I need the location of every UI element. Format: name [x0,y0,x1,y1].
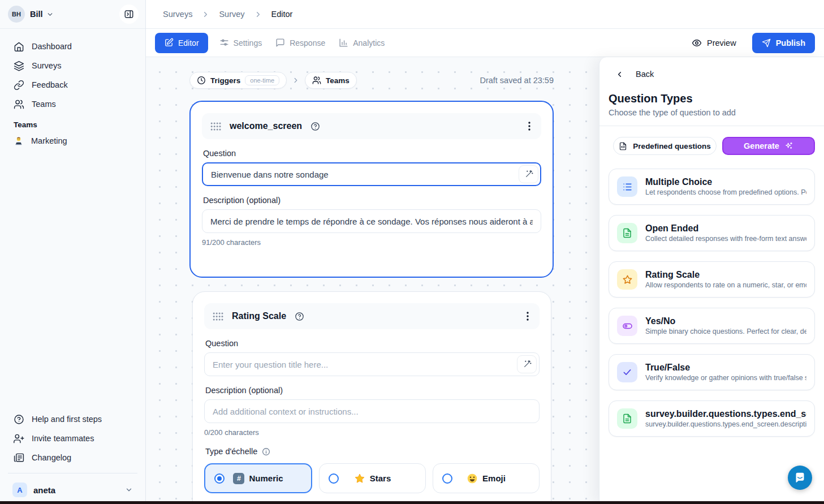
message-icon [275,38,285,48]
tab-label: Response [290,38,325,48]
type-title: Rating Scale [645,270,806,280]
tab-label: Editor [178,38,199,48]
editor-toolbar: Editor Settings Response Analytics [146,29,824,57]
question-label: Question [205,339,538,348]
grip-dots-icon[interactable] [213,312,223,321]
help-circle-icon[interactable] [310,122,320,131]
teams-pill-label: Teams [326,76,350,85]
send-icon [762,38,771,48]
magic-wand-button[interactable] [519,165,538,183]
tab-settings[interactable]: Settings [213,33,269,53]
type-card-end-screen[interactable]: survey.builder.questions.types.end_scr..… [609,400,815,437]
question-card-rating-scale[interactable]: Rating Scale Question Description (optio… [192,291,551,504]
sidebar-item-changelog[interactable]: Changelog [7,448,139,467]
chevron-right-icon [201,10,210,19]
help-circle-icon[interactable] [295,312,304,321]
sidebar-item-label: Invite teammates [32,434,94,443]
pencil-square-icon [164,38,174,48]
tab-label: Settings [234,38,262,48]
sidebar-item-label: Feedback [32,80,68,89]
publish-button[interactable]: Publish [752,33,815,53]
bar-chart-icon [339,38,348,48]
card-menu-button[interactable] [526,119,533,133]
chevron-down-icon [46,11,54,18]
clock-icon [197,76,206,85]
draft-status: Draft saved at 23:59 [480,76,554,85]
sidebar-item-team-marketing[interactable]: Marketing [7,131,139,150]
check-icon [617,362,637,382]
breadcrumb-surveys[interactable]: Surveys [163,10,192,19]
sliders-icon [219,38,229,48]
type-card-true-false[interactable]: True/False Verify knowledge or gather op… [609,354,815,390]
back-label: Back [636,70,654,79]
sidebar-item-help[interactable]: Help and first steps [7,410,139,429]
teams-pill[interactable]: Teams [305,72,357,89]
tab-label: Analytics [353,38,385,48]
type-description: Allow respondents to rate on a numeric, … [645,281,806,289]
type-description: Verify knowledge or gather opinions with… [645,374,806,382]
list-icon [617,176,637,197]
panel-title: Question Types [609,92,815,105]
sidebar-item-surveys[interactable]: Surveys [7,56,139,75]
sidebar-item-feedback[interactable]: Feedback [7,75,139,94]
magic-wand-button[interactable] [517,355,537,373]
question-card-title: Rating Scale [232,311,286,321]
panel-right-icon [124,9,134,19]
tab-analytics[interactable]: Analytics [332,33,391,53]
sidebar-item-teams[interactable]: Teams [7,94,139,114]
layers-icon [14,61,24,71]
preview-label: Preview [707,38,736,48]
question-card-title: welcome_screen [230,121,302,131]
generate-label: Generate [744,141,779,150]
question-card-welcome-screen[interactable]: welcome_screen Question Description (opt… [189,101,554,278]
scale-type-label: Type d'échelle [205,447,257,456]
triggers-label: Triggers [210,76,240,85]
star-icon [617,269,637,290]
chevron-right-icon [254,10,262,19]
type-card-yes-no[interactable]: Yes/No Simple binary choice questions. P… [609,308,815,344]
chevron-left-icon [615,70,624,79]
triggers-pill[interactable]: Triggers one-time [189,72,287,89]
breadcrumb-survey[interactable]: Survey [219,10,244,19]
account-menu[interactable]: A aneta [7,479,139,499]
breadcrumb: Surveys Survey Editor [146,0,824,29]
question-description-input[interactable] [202,209,541,233]
chat-launcher-button[interactable] [788,466,812,490]
sidebar-footer: Help and first steps Invite teammates Ch… [0,410,145,499]
sidebar: BH Bill Dashboard Surv [0,0,146,504]
workspace-switcher[interactable]: BH Bill [0,0,145,29]
sidebar-collapse-button[interactable] [119,5,139,24]
generate-button[interactable]: Generate [722,137,815,155]
grip-dots-icon[interactable] [210,122,221,131]
type-card-multiple-choice[interactable]: Multiple Choice Let respondents choose f… [609,169,815,205]
question-title-input[interactable] [202,162,541,186]
smiley-emoji-icon [467,473,478,484]
tab-editor[interactable]: Editor [155,33,208,53]
sidebar-item-dashboard[interactable]: Dashboard [7,37,139,56]
user-plus-icon [14,433,24,444]
type-card-open-ended[interactable]: Open Ended Collect detailed responses wi… [609,215,815,251]
question-type-list: Multiple Choice Let respondents choose f… [609,169,815,437]
scale-option-emoji[interactable]: Emoji [433,463,540,493]
scale-option-label: Emoji [482,473,506,483]
scale-option-stars[interactable]: Stars [319,463,426,493]
link-icon [14,80,24,91]
sidebar-item-label: Teams [32,100,56,109]
breadcrumb-editor: Editor [271,10,293,19]
question-card-header: welcome_screen [202,113,541,139]
tab-response[interactable]: Response [269,33,332,53]
type-description: Let respondents choose from predefined o… [645,188,806,196]
type-card-rating-scale[interactable]: Rating Scale Allow respondents to rate o… [609,261,815,298]
sidebar-item-label: Changelog [32,453,71,462]
help-circle-icon [14,414,24,425]
scale-option-numeric[interactable]: # Numeric [204,463,312,493]
predefined-questions-button[interactable]: Predefined questions [613,137,717,155]
question-title-input[interactable] [204,352,540,376]
back-button[interactable]: Back [615,70,815,79]
preview-button[interactable]: Preview [692,38,736,48]
file-code-icon [619,142,627,150]
sidebar-item-invite[interactable]: Invite teammates [7,429,139,448]
card-menu-button[interactable] [524,309,531,323]
question-description-input[interactable] [204,399,540,423]
info-icon[interactable] [262,447,270,456]
